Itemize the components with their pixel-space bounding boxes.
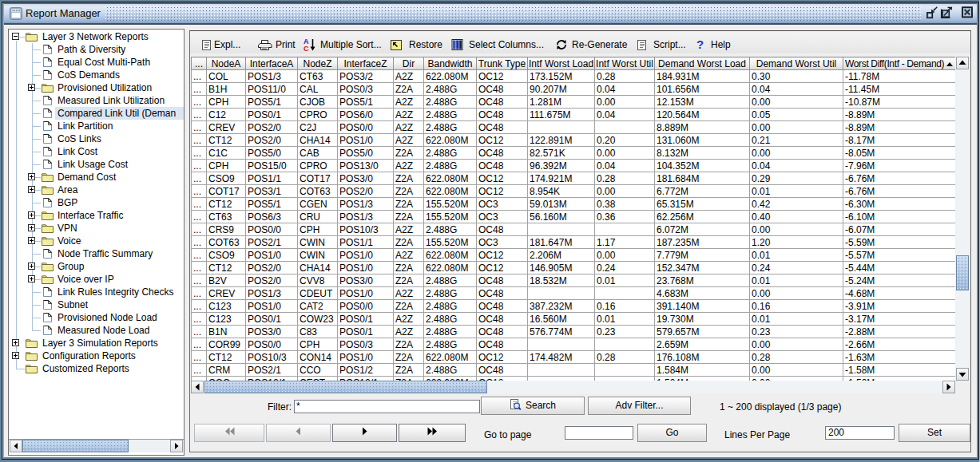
svg-text:C: C [304, 45, 309, 53]
